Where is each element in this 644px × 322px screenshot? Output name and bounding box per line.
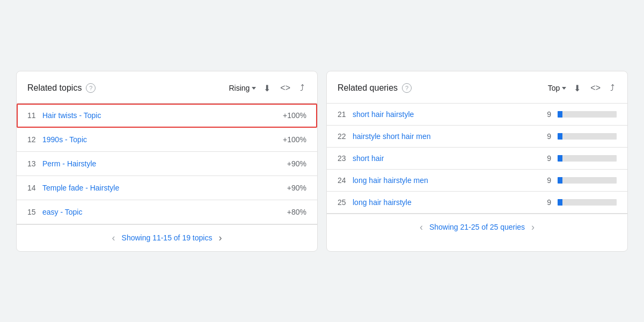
item-text-15[interactable]: easy - Topic	[42, 208, 280, 216]
left-card-header: Related topics ? Rising ⬇ <> ⤴	[17, 71, 317, 103]
query-text-24[interactable]: long hair hairstyle men	[353, 176, 540, 185]
related-queries-card: Related queries ? Top ⬇ <> ⤴ 21 short ha…	[326, 71, 628, 252]
query-bar-fill-25	[558, 199, 562, 206]
query-list-item: 24 long hair hairstyle men 9	[327, 170, 627, 192]
right-prev-button[interactable]: ‹	[418, 222, 425, 233]
right-filter-label: Top	[548, 84, 560, 92]
query-text-25[interactable]: long hair hairstyle	[353, 198, 540, 207]
query-bar-23	[558, 155, 617, 162]
left-list-item: 14 Temple fade - Hairstyle +90%	[17, 176, 317, 200]
query-number-23: 23	[338, 154, 353, 163]
left-prev-button[interactable]: ‹	[110, 232, 118, 244]
item-value-15: +80%	[280, 208, 306, 216]
left-pagination: ‹ Showing 11-15 of 19 topics ›	[17, 224, 317, 251]
query-score-25: 9	[540, 198, 551, 207]
query-list-item: 21 short hair hairstyle 9	[327, 104, 627, 126]
right-dropdown-arrow-icon	[562, 87, 566, 90]
item-text-13[interactable]: Perm - Hairstyle	[42, 159, 280, 168]
query-text-21[interactable]: short hair hairstyle	[353, 110, 540, 119]
left-list-item: 15 easy - Topic +80%	[17, 200, 317, 224]
right-filter-button[interactable]: Top	[548, 84, 567, 92]
left-list-item: 11 Hair twists - Topic +100%	[17, 104, 317, 128]
query-number-24: 24	[338, 176, 353, 185]
right-download-button[interactable]: ⬇	[572, 81, 583, 96]
query-bar-fill-22	[558, 133, 562, 140]
query-bar-25	[558, 199, 617, 206]
right-code-button[interactable]: <>	[588, 81, 603, 95]
right-pagination-text: Showing 21-25 of 25 queries	[429, 223, 525, 231]
item-value-12: +100%	[280, 135, 306, 144]
query-number-21: 21	[338, 110, 353, 119]
item-number-14: 14	[27, 184, 42, 192]
left-header-left: Related topics ?	[27, 83, 96, 93]
item-number-12: 12	[27, 135, 42, 144]
query-text-22[interactable]: hairstyle short hair men	[353, 132, 540, 141]
query-list-item: 22 hairstyle short hair men 9	[327, 126, 627, 148]
left-download-button[interactable]: ⬇	[261, 81, 273, 96]
left-filter-label: Rising	[229, 84, 250, 92]
right-card-header: Related queries ? Top ⬇ <> ⤴	[327, 71, 627, 103]
item-number-15: 15	[27, 208, 42, 216]
item-text-11[interactable]: Hair twists - Topic	[42, 111, 280, 120]
right-card-title: Related queries	[338, 83, 398, 93]
left-card-title: Related topics	[27, 83, 82, 93]
query-bar-22	[558, 133, 617, 140]
query-bar-fill-24	[558, 177, 562, 184]
item-number-13: 13	[27, 159, 42, 168]
item-text-14[interactable]: Temple fade - Hairstyle	[42, 184, 280, 192]
query-text-23[interactable]: short hair	[353, 154, 540, 163]
right-share-button[interactable]: ⤴	[608, 81, 617, 95]
query-number-25: 25	[338, 198, 353, 207]
left-next-button[interactable]: ›	[216, 232, 224, 244]
main-container: Related topics ? Rising ⬇ <> ⤴ 11 Hair t…	[16, 60, 628, 262]
query-bar-24	[558, 177, 617, 184]
query-bar-fill-23	[558, 155, 562, 162]
right-header-right: Top ⬇ <> ⤴	[548, 81, 617, 96]
query-score-22: 9	[540, 132, 551, 141]
left-code-button[interactable]: <>	[278, 81, 292, 95]
right-help-icon[interactable]: ?	[402, 83, 412, 93]
query-bar-fill-21	[558, 111, 562, 118]
right-pagination: ‹ Showing 21-25 of 25 queries ›	[327, 214, 627, 240]
query-score-21: 9	[540, 110, 551, 119]
query-list-item: 25 long hair hairstyle 9	[327, 192, 627, 214]
left-dropdown-arrow-icon	[252, 87, 256, 90]
left-help-icon[interactable]: ?	[86, 83, 96, 93]
item-value-11: +100%	[280, 111, 306, 120]
item-value-13: +90%	[280, 159, 306, 168]
left-list-item: 13 Perm - Hairstyle +90%	[17, 152, 317, 176]
related-topics-card: Related topics ? Rising ⬇ <> ⤴ 11 Hair t…	[16, 71, 318, 252]
right-header-left: Related queries ?	[338, 83, 412, 93]
query-list-item: 23 short hair 9	[327, 148, 627, 170]
item-number-11: 11	[27, 111, 42, 120]
item-text-12[interactable]: 1990s - Topic	[42, 135, 280, 144]
query-bar-21	[558, 111, 617, 118]
item-value-14: +90%	[280, 184, 306, 192]
right-next-button[interactable]: ›	[529, 222, 537, 233]
left-header-right: Rising ⬇ <> ⤴	[229, 81, 306, 96]
left-filter-button[interactable]: Rising	[229, 84, 256, 92]
query-score-24: 9	[540, 176, 551, 185]
query-score-23: 9	[540, 154, 551, 163]
left-pagination-text: Showing 11-15 of 19 topics	[122, 233, 213, 242]
left-list-item: 12 1990s - Topic +100%	[17, 128, 317, 152]
left-share-button[interactable]: ⤴	[298, 81, 306, 95]
query-number-22: 22	[338, 132, 353, 141]
